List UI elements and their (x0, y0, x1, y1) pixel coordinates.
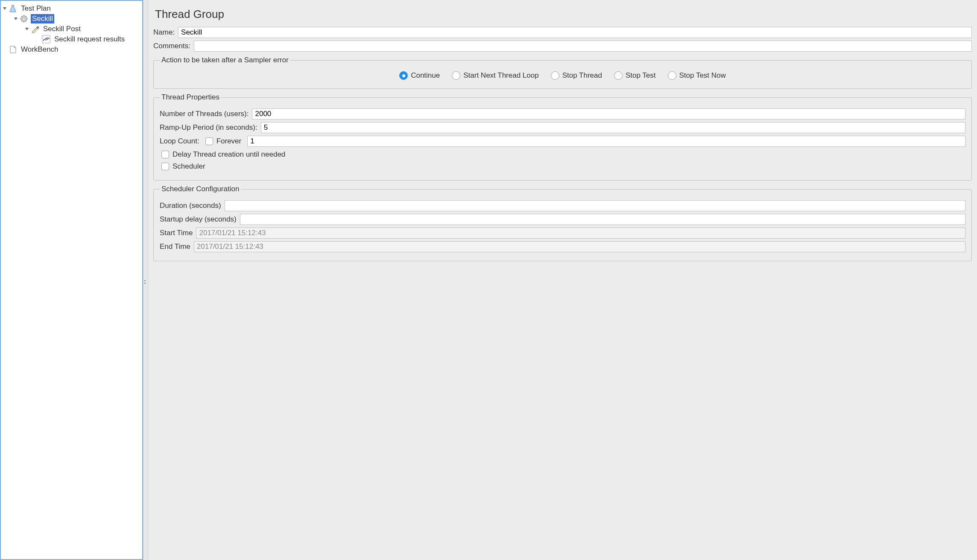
duration-input[interactable] (225, 200, 965, 211)
name-row: Name: (153, 27, 972, 38)
loop-count-input[interactable] (247, 136, 965, 147)
tree-label: WorkBench (20, 45, 60, 54)
expand-icon[interactable] (25, 27, 29, 31)
end-time-label: End Time (160, 242, 190, 251)
delay-checkbox[interactable]: Delay Thread creation until needed (161, 150, 965, 159)
num-threads-row: Number of Threads (users): (160, 108, 965, 120)
radio-stop-test[interactable]: Stop Test (614, 71, 656, 80)
checkbox-icon (161, 163, 169, 170)
tree-item-seckill-post[interactable]: Seckill Post (1, 24, 142, 34)
forever-label: Forever (216, 137, 242, 146)
num-threads-input[interactable] (252, 108, 965, 120)
forever-checkbox[interactable]: Forever (205, 137, 242, 146)
svg-marker-0 (3, 7, 6, 10)
checkbox-icon (161, 151, 169, 158)
loop-count-label: Loop Count: (160, 137, 199, 146)
tree-label: Test Plan (20, 4, 52, 13)
tree-item-seckill[interactable]: Seckill (1, 14, 142, 24)
name-input[interactable] (178, 27, 972, 38)
duration-row: Duration (seconds) (160, 200, 965, 211)
start-time-input (196, 228, 965, 239)
svg-marker-4 (25, 28, 29, 30)
delay-label: Delay Thread creation until needed (173, 150, 285, 159)
start-time-label: Start Time (160, 229, 193, 237)
main-panel: Thread Group Name: Comments: Action to b… (148, 0, 977, 560)
tree-label: Seckill Post (42, 24, 82, 34)
tree-item-test-plan[interactable]: Test Plan (1, 3, 142, 14)
radio-label: Continue (411, 71, 440, 80)
radio-stop-thread[interactable]: Stop Thread (551, 71, 602, 80)
comments-label: Comments: (153, 42, 190, 50)
start-time-row: Start Time (160, 228, 965, 239)
tree-item-workbench[interactable]: WorkBench (1, 44, 142, 55)
scheduler-config-legend: Scheduler Configuration (160, 185, 241, 193)
delay-row: Delay Thread creation until needed (161, 150, 965, 159)
end-time-input (194, 241, 965, 252)
ramp-up-row: Ramp-Up Period (in seconds): (160, 122, 965, 133)
comments-row: Comments: (153, 41, 972, 52)
end-time-row: End Time (160, 241, 965, 252)
pipette-icon (31, 25, 39, 33)
expand-icon[interactable] (3, 6, 7, 11)
loop-count-row: Loop Count: Forever (160, 136, 965, 147)
radio-continue[interactable]: Continue (399, 71, 440, 80)
tree-label: Seckill request results (53, 35, 126, 44)
radio-icon (614, 71, 623, 80)
ramp-up-label: Ramp-Up Period (in seconds): (160, 123, 257, 132)
tree-panel: Test Plan Seckill Seckill Post Seckill r… (0, 0, 143, 560)
thread-properties-legend: Thread Properties (160, 93, 221, 102)
radio-label: Stop Test (626, 71, 656, 80)
name-label: Name: (153, 28, 175, 37)
duration-label: Duration (seconds) (160, 201, 221, 210)
startup-delay-input[interactable] (240, 214, 965, 225)
radio-label: Stop Test Now (679, 71, 726, 80)
scheduler-config-fieldset: Scheduler Configuration Duration (second… (153, 185, 972, 261)
radio-icon (668, 71, 676, 80)
sampler-error-radio-row: Continue Start Next Thread Loop Stop Thr… (160, 69, 965, 82)
radio-label: Start Next Thread Loop (463, 71, 538, 80)
thread-properties-fieldset: Thread Properties Number of Threads (use… (153, 93, 972, 181)
checkbox-icon (205, 137, 213, 145)
svg-marker-1 (14, 18, 18, 20)
chart-icon (42, 35, 50, 44)
svg-point-3 (23, 18, 25, 20)
startup-delay-label: Startup delay (seconds) (160, 215, 237, 224)
radio-icon (399, 71, 408, 80)
num-threads-label: Number of Threads (users): (160, 110, 249, 118)
scheduler-checkbox[interactable]: Scheduler (161, 162, 965, 171)
radio-label: Stop Thread (562, 71, 602, 80)
sampler-error-legend: Action to be taken after a Sampler error (160, 56, 290, 64)
gear-icon (20, 15, 28, 23)
startup-delay-row: Startup delay (seconds) (160, 214, 965, 225)
radio-icon (551, 71, 559, 80)
tree-item-seckill-results[interactable]: Seckill request results (1, 34, 142, 44)
radio-start-next[interactable]: Start Next Thread Loop (452, 71, 538, 80)
comments-input[interactable] (194, 41, 972, 52)
document-icon (9, 45, 17, 54)
radio-icon (452, 71, 460, 80)
scheduler-label: Scheduler (173, 162, 205, 171)
scheduler-row: Scheduler (161, 162, 965, 171)
page-title: Thread Group (155, 8, 970, 21)
split-divider[interactable] (143, 0, 148, 560)
ramp-up-input[interactable] (261, 122, 965, 133)
flask-icon (9, 4, 17, 13)
sampler-error-fieldset: Action to be taken after a Sampler error… (153, 56, 972, 89)
radio-stop-test-now[interactable]: Stop Test Now (668, 71, 726, 80)
expand-icon[interactable] (14, 17, 18, 21)
tree-label: Seckill (31, 14, 54, 23)
